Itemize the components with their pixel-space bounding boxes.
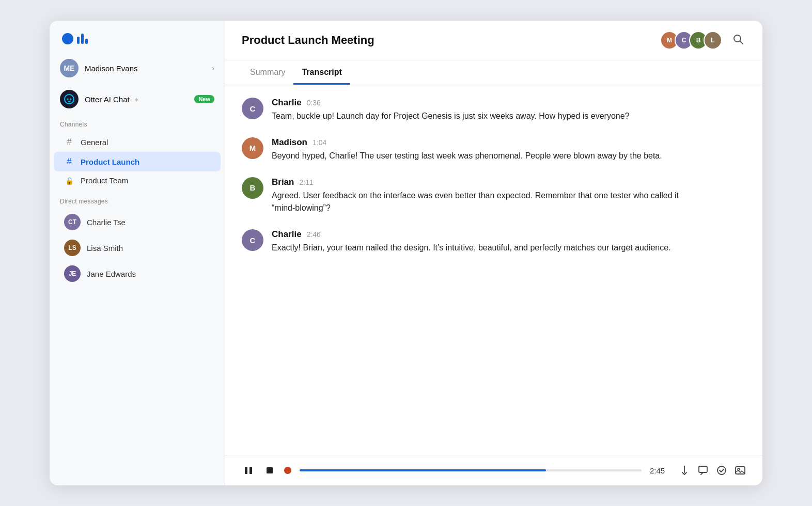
svg-rect-6 [249,467,252,474]
tab-summary[interactable]: Summary [242,60,293,85]
stop-button[interactable] [263,464,276,477]
msg-time-3: 2:11 [299,178,313,186]
msg-text-3: Agreed. User feedback on the interface w… [272,189,685,215]
participant-avatar-4: L [704,31,722,50]
image-button[interactable] [735,465,746,476]
marker-icon [679,465,690,476]
logo-bar-1 [77,37,80,44]
sidebar-item-product-launch[interactable]: # Product Launch [54,152,221,171]
dm-item-jane-edwards[interactable]: JE Jane Edwards [54,261,221,287]
svg-rect-10 [736,467,745,474]
comment-button[interactable] [697,465,709,476]
msg-header-3: Brian 2:11 [272,177,685,187]
svg-rect-8 [699,466,707,472]
msg-name-1: Charlie [272,98,302,108]
channel-name-general: General [81,138,108,147]
checkmark-icon [716,465,727,476]
logo-circle [62,33,73,44]
table-row: B Brian 2:11 Agreed. User feedback on th… [242,177,746,215]
player-tools [679,465,746,476]
header-right: M C B L [660,31,746,50]
sidebar-item-product-team[interactable]: 🔒 Product Team [54,171,221,189]
dm-item-lisa-smith[interactable]: LS Lisa Smith [54,235,221,261]
msg-text-4: Exactly! Brian, your team nailed the des… [272,242,671,255]
dm-item-charlie-tse[interactable]: CT Charlie Tse [54,209,221,235]
transcript-area: C Charlie 0:36 Team, buckle up! Launch d… [225,85,762,455]
search-button[interactable] [730,31,746,50]
player-bar: 2:45 [225,455,762,485]
hash-icon-product-launch: # [64,156,74,167]
svg-line-4 [740,41,743,44]
logo-area [50,33,225,59]
msg-header-1: Charlie 0:36 [272,98,629,108]
svg-point-0 [65,94,74,104]
channel-name-product-team: Product Team [81,176,128,185]
user-profile-row[interactable]: ME Madison Evans › [50,59,225,86]
msg-content-4: Charlie 2:46 Exactly! Brian, your team n… [272,229,671,255]
user-initials: ME [64,64,75,72]
sidebar-item-general[interactable]: # General [54,132,221,152]
participant-avatars: M C B L [660,31,722,50]
msg-name-2: Madison [272,137,307,148]
dm-name-jane: Jane Edwards [87,270,136,278]
svg-point-1 [67,99,69,100]
user-avatar: ME [60,59,79,77]
svg-rect-7 [267,467,273,473]
dm-avatar-lisa: LS [64,240,81,256]
msg-header-2: Madison 1:04 [272,137,662,148]
svg-point-9 [717,466,726,475]
otter-ai-sparkle: ✦ [134,96,139,104]
msg-content-2: Madison 1:04 Beyond hyped, Charlie! The … [272,137,662,163]
progress-track [300,469,642,471]
msg-time-1: 0:36 [307,99,321,107]
progress-bar[interactable] [300,469,642,472]
tabs-bar: Summary Transcript [225,60,762,85]
dm-section-label: Direct messages [50,189,225,209]
main-content: Product Launch Meeting M C B L [225,21,762,485]
dm-name-lisa: Lisa Smith [87,244,123,252]
msg-name-4: Charlie [272,229,302,240]
logo-bar-2 [81,34,84,44]
sidebar: ME Madison Evans › Otter AI Chat ✦ New [50,21,225,485]
otter-ai-chat-row[interactable]: Otter AI Chat ✦ New [50,86,225,113]
msg-content-3: Brian 2:11 Agreed. User feedback on the … [272,177,685,215]
dm-name-charlie: Charlie Tse [87,218,126,227]
progress-fill [300,469,546,471]
otter-ai-icon [60,90,79,108]
avatar-charlie-1: C [242,98,263,119]
svg-rect-5 [245,467,247,474]
marker-button[interactable] [679,465,690,476]
msg-content-1: Charlie 0:36 Team, buckle up! Launch day… [272,98,629,123]
comment-icon [697,465,709,476]
otter-logo [62,33,212,44]
search-icon [732,34,744,45]
time-display: 2:45 [650,466,670,475]
table-row: M Madison 1:04 Beyond hyped, Charlie! Th… [242,137,746,163]
checkmark-button[interactable] [716,465,727,476]
new-badge: New [194,95,214,103]
chevron-right-icon: › [212,64,214,72]
pause-button[interactable] [242,464,255,477]
msg-time-4: 2:46 [307,230,321,239]
msg-text-2: Beyond hyped, Charlie! The user testing … [272,150,662,163]
stop-icon [266,466,274,475]
hash-icon-general: # [64,137,74,147]
app-container: ME Madison Evans › Otter AI Chat ✦ New [50,21,762,485]
avatar-charlie-2: C [242,229,263,251]
user-name: Madison Evans [85,64,206,73]
msg-name-3: Brian [272,177,294,187]
recording-dot [284,467,291,474]
msg-time-2: 1:04 [313,138,326,147]
lock-icon-product-team: 🔒 [64,177,74,185]
table-row: C Charlie 2:46 Exactly! Brian, your team… [242,229,746,255]
dm-avatar-jane: JE [64,265,81,282]
image-icon [735,465,746,476]
logo-bar-3 [85,39,88,44]
meeting-title: Product Launch Meeting [242,34,374,47]
msg-text-1: Team, buckle up! Launch day for Project … [272,110,629,123]
avatar-brian: B [242,177,263,199]
channels-section-label: Channels [50,113,225,132]
table-row: C Charlie 0:36 Team, buckle up! Launch d… [242,98,746,123]
tab-transcript[interactable]: Transcript [293,60,350,85]
svg-point-2 [70,99,72,100]
